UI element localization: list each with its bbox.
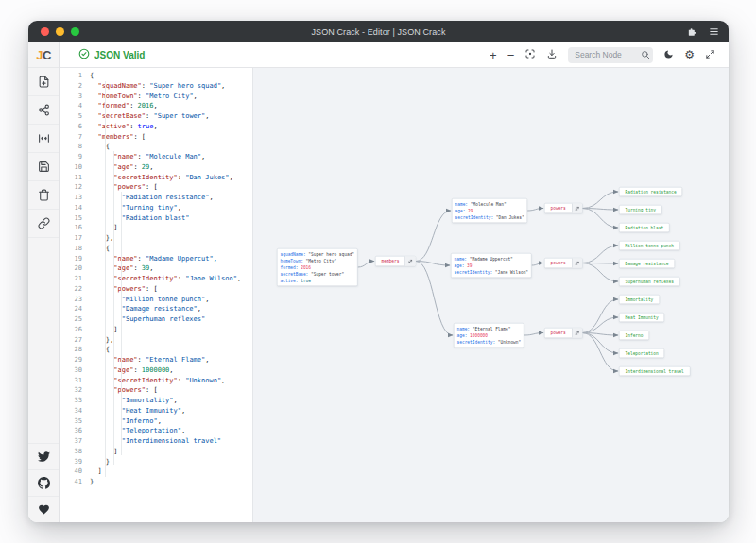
github-icon: [38, 477, 50, 489]
heart-icon: [38, 503, 50, 516]
code-line[interactable]: 3 "homeTown": "Metro City",: [60, 92, 252, 102]
graph-leaf-node[interactable]: Million tonne punch: [619, 241, 679, 250]
code-line[interactable]: 32 "powers": [: [60, 385, 252, 396]
graph-leaf-node[interactable]: Radiation blast: [619, 223, 670, 232]
graph-member-node[interactable]: name: "Madame Uppercut"age: 39secretIden…: [451, 253, 532, 278]
code-line[interactable]: 30 "age": 1000000,: [60, 365, 252, 376]
code-line[interactable]: 27 },: [60, 335, 252, 346]
settings-button[interactable]: ⚙: [684, 49, 695, 60]
code-line[interactable]: 14 "Turning tiny",: [60, 203, 252, 213]
code-line[interactable]: 2 "squadName": "Super hero squad",: [60, 81, 252, 92]
zoom-out-button[interactable]: −: [507, 49, 515, 61]
code-line[interactable]: 20 "age": 39,: [60, 263, 252, 274]
download-button[interactable]: [546, 48, 558, 62]
collapse-node-button[interactable]: [572, 259, 582, 268]
graph-leaf-node[interactable]: Superhuman reflexes: [619, 277, 679, 286]
code-line[interactable]: 28 {: [60, 345, 252, 355]
graph-root-node[interactable]: squadName: "Super hero squad"homeTown: "…: [277, 248, 358, 286]
code-line[interactable]: 11 "secretIdentity": "Dan Jukes",: [60, 173, 252, 183]
zoom-in-button[interactable]: +: [490, 49, 497, 61]
line-number: 20: [60, 263, 90, 274]
graph-edge: [582, 192, 618, 209]
logo-letter-j: J: [36, 48, 43, 62]
code-line[interactable]: 23 "Million tonne punch",: [60, 295, 252, 305]
line-number: 28: [60, 345, 90, 355]
code-line[interactable]: 10 "age": 29,: [60, 162, 252, 173]
search-node-box[interactable]: [568, 47, 653, 63]
graph-leaf-node[interactable]: Turning tiny: [619, 205, 662, 214]
code-line[interactable]: 25 "Superhuman reflexes": [60, 314, 252, 325]
sidebar-item-delete[interactable]: [28, 181, 59, 210]
line-number: 38: [60, 447, 90, 457]
code-line[interactable]: 26 ]: [60, 325, 252, 335]
code-line[interactable]: 29 "name": "Eternal Flame",: [60, 355, 252, 365]
app-logo[interactable]: JC: [28, 42, 59, 68]
code-line[interactable]: 40 ]: [60, 467, 252, 477]
graph-member-node[interactable]: name: "Molecule Man"age: 29secretIdentit…: [452, 198, 527, 223]
graph-powers-node[interactable]: powers: [544, 328, 582, 338]
graph-leaf-node[interactable]: Heat Immunity: [619, 313, 664, 322]
graph-leaf-node[interactable]: Immortality: [619, 295, 660, 304]
parent-node-label: powers: [545, 329, 572, 338]
code-line[interactable]: 35 "Inferno",: [60, 416, 252, 427]
graph-members-node[interactable]: members: [375, 256, 416, 266]
dark-mode-toggle[interactable]: [663, 48, 674, 62]
sidebar-item-share-link[interactable]: [28, 210, 59, 238]
code-line[interactable]: 7 "members": [: [60, 132, 252, 143]
sidebar-item-fit-layout[interactable]: [28, 125, 59, 153]
code-line[interactable]: 5 "secretBase": "Super tower",: [60, 111, 252, 122]
node-row: secretIdentity: "Dan Jukes": [455, 214, 524, 221]
code-line[interactable]: 12 "powers": [: [60, 182, 252, 193]
collapse-node-button[interactable]: [404, 257, 415, 266]
sidebar-item-new-document[interactable]: [28, 68, 59, 96]
code-line[interactable]: 8 {: [60, 142, 252, 152]
menu-icon[interactable]: [709, 26, 719, 37]
graph-leaf-node[interactable]: Radiation resistance: [619, 187, 682, 196]
title-bar[interactable]: JSON Crack - Editor | JSON Crack: [28, 21, 729, 42]
sidebar-item-github[interactable]: [28, 469, 59, 496]
sidebar-item-sponsor[interactable]: [28, 496, 59, 522]
code-line[interactable]: 6 "active": true,: [60, 122, 252, 132]
code-line[interactable]: 37 "Interdimensional travel": [60, 436, 252, 447]
code-line[interactable]: 4 "formed": 2016,: [60, 101, 252, 111]
code-line[interactable]: 39 }: [60, 457, 252, 467]
extension-puzzle-icon[interactable]: [687, 26, 697, 37]
code-line[interactable]: 24 "Damage resistance",: [60, 304, 252, 314]
code-line[interactable]: 17 },: [60, 233, 252, 244]
code-line[interactable]: 34 "Heat Immunity",: [60, 406, 252, 416]
graph-leaf-node[interactable]: Teleportation: [619, 348, 664, 358]
graph-powers-node[interactable]: powers: [544, 258, 582, 268]
graph-leaf-node[interactable]: Interdimensional travel: [619, 366, 690, 376]
code-line[interactable]: 41}: [60, 477, 252, 487]
graph-powers-node[interactable]: powers: [544, 203, 582, 213]
code-line[interactable]: 9 "name": "Molecule Man",: [60, 152, 252, 162]
json-editor[interactable]: 1{2 "squadName": "Super hero squad",3 "h…: [60, 68, 253, 522]
collapse-node-button[interactable]: [572, 204, 582, 213]
graph-member-node[interactable]: name: "Eternal Flame"age: 1000000secretI…: [454, 323, 524, 348]
graph-canvas[interactable]: squadName: "Super hero squad"homeTown: "…: [253, 68, 729, 522]
collapse-node-button[interactable]: [572, 329, 582, 338]
fullscreen-button[interactable]: [705, 48, 715, 62]
code-line[interactable]: 13 "Radiation resistance",: [60, 193, 252, 203]
code-line[interactable]: 33 "Immortality",: [60, 396, 252, 406]
code-line[interactable]: 15 "Radiation blast": [60, 213, 252, 224]
center-view-button[interactable]: [524, 48, 536, 62]
code-line[interactable]: 36 "Teleportation",: [60, 426, 252, 436]
code-line[interactable]: 1{: [60, 71, 252, 81]
code-line[interactable]: 19 "name": "Madame Uppercut",: [60, 254, 252, 264]
search-node-input[interactable]: [575, 50, 641, 59]
focus-icon: [524, 48, 536, 62]
code-text: "Heat Immunity",: [90, 406, 185, 416]
code-line[interactable]: 18 {: [60, 244, 252, 254]
sidebar-item-twitter[interactable]: [28, 443, 59, 469]
line-number: 13: [60, 193, 90, 203]
code-line[interactable]: 21 "secretIdentity": "Jane Wilson",: [60, 274, 252, 284]
graph-leaf-node[interactable]: Inferno: [619, 331, 649, 340]
code-line[interactable]: 31 "secretIdentity": "Unknown",: [60, 376, 252, 386]
graph-leaf-node[interactable]: Damage resistance: [619, 259, 675, 268]
code-line[interactable]: 38 ]: [60, 447, 252, 457]
code-line[interactable]: 22 "powers": [: [60, 284, 252, 295]
sidebar-item-graph-view[interactable]: [28, 96, 59, 125]
sidebar-item-save[interactable]: [28, 153, 59, 181]
code-line[interactable]: 16 ]: [60, 223, 252, 233]
